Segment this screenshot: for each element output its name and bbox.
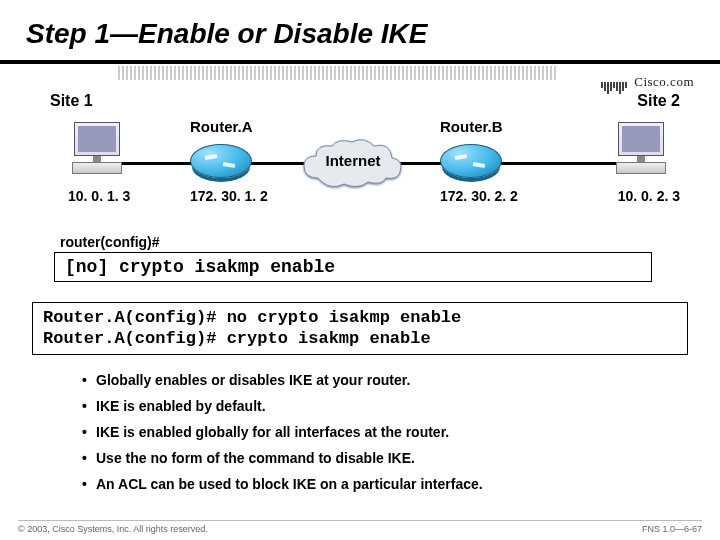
router-b-label: Router.B: [440, 118, 503, 135]
brand-logo: Cisco.com: [601, 74, 695, 94]
footer-copyright: © 2003, Cisco Systems, Inc. All rights r…: [18, 524, 208, 534]
router-b-icon: [440, 144, 502, 178]
bullet-item: IKE is enabled by default.: [82, 398, 682, 414]
site2-label: Site 2: [637, 92, 680, 110]
command-prompt-label: router(config)#: [60, 234, 160, 250]
bullet-item: Use the no form of the command to disabl…: [82, 450, 682, 466]
bullet-list: Globally enables or disables IKE at your…: [42, 372, 682, 502]
decorative-band: [118, 66, 558, 80]
bullet-item: An ACL can be used to block IKE on a par…: [82, 476, 682, 492]
title-underline: [0, 60, 720, 64]
host-b-ip: 10. 0. 2. 3: [618, 188, 680, 204]
command-syntax-box: [no] crypto isakmp enable: [54, 252, 652, 282]
host-a-ip: 10. 0. 1. 3: [68, 188, 130, 204]
router-a-ip: 172. 30. 1. 2: [190, 188, 268, 204]
cloud-label: Internet: [298, 152, 408, 169]
footer: © 2003, Cisco Systems, Inc. All rights r…: [18, 520, 702, 534]
footer-page-ref: FNS 1.0—6-67: [642, 524, 702, 534]
router-b-ip: 172. 30. 2. 2: [440, 188, 518, 204]
host-a-icon: [68, 122, 126, 174]
bullet-item: Globally enables or disables IKE at your…: [82, 372, 682, 388]
host-b-icon: [612, 122, 670, 174]
site1-label: Site 1: [50, 92, 93, 110]
page-title: Step 1—Enable or Disable IKE: [26, 18, 427, 50]
router-a-icon: [190, 144, 252, 178]
internet-cloud-icon: Internet: [298, 136, 408, 190]
command-example-box: Router.A(config)# no crypto isakmp enabl…: [32, 302, 688, 355]
network-diagram: Site 1 Site 2 Router.A Router.B Internet…: [40, 92, 680, 222]
router-a-label: Router.A: [190, 118, 253, 135]
bullet-item: IKE is enabled globally for all interfac…: [82, 424, 682, 440]
brand-text: Cisco.com: [634, 74, 694, 89]
